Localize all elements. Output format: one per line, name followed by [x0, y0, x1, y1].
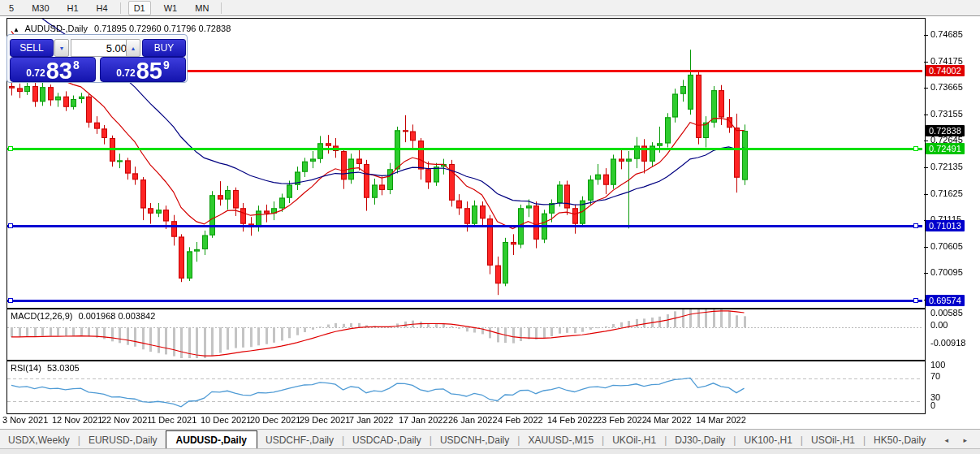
- chart-ohlc-values: 0.71895 0.72960 0.71796 0.72838: [94, 24, 231, 33]
- chart-symbol-period: AUDUSD-,Daily: [24, 24, 88, 33]
- macd-axis-label: 0.00: [930, 320, 948, 330]
- price-badge: 0.74002: [926, 65, 965, 76]
- sell-button[interactable]: SELL: [10, 39, 54, 57]
- price-tick-label: 0.72135: [930, 162, 963, 171]
- macd-axis-label: 0.00585: [930, 308, 963, 318]
- rsi-panel[interactable]: [6, 361, 926, 414]
- timeframe-H1[interactable]: H1: [63, 2, 84, 15]
- price-badge: 0.71013: [926, 220, 965, 231]
- rsi-axis-label: 100: [930, 360, 945, 370]
- timeframe-W1[interactable]: W1: [159, 2, 183, 15]
- timeframe-H4[interactable]: H4: [92, 2, 113, 15]
- tab-dj30-daily[interactable]: DJ30-,Daily: [667, 431, 733, 449]
- chart-arrow-icon: ▲: [13, 26, 19, 33]
- timeframe-toolbar: 5M30H1H4D1W1MN: [0, 0, 980, 16]
- spin-up-icon: ▲: [131, 45, 136, 51]
- buy-price-prefix: 0.72: [116, 67, 135, 79]
- tab-ukoil-h1[interactable]: UKOil-,H1: [604, 431, 664, 449]
- toolbar-separator: [221, 2, 222, 14]
- date-label: 23 Feb 2022: [597, 415, 647, 425]
- toolbar-separator: [120, 2, 121, 14]
- tab-usdcad-daily[interactable]: USDCAD-,Daily: [344, 431, 430, 449]
- spin-down-icon: ▼: [59, 45, 65, 51]
- date-label: 12 Nov 2021: [52, 415, 102, 425]
- date-label: 4 Mar 2022: [646, 415, 692, 425]
- price-tick-label: 0.74175: [930, 56, 963, 66]
- chart-title: ▲ AUDUSD-,Daily 0.71895 0.72960 0.71796 …: [13, 24, 231, 33]
- date-label: 26 Jan 2022: [448, 415, 498, 425]
- macd-label: MACD(12,26,9) 0.001968 0.003842: [11, 311, 155, 321]
- sell-price-big: 83: [46, 60, 72, 81]
- date-label: 29 Dec 2021: [300, 415, 350, 425]
- price-tick-label: 0.70095: [930, 267, 963, 277]
- date-axis: 3 Nov 202112 Nov 202122 Nov 20211 Dec 20…: [0, 413, 980, 429]
- price-tick-mark: [924, 194, 928, 195]
- timeframe-5[interactable]: 5: [4, 2, 19, 15]
- price-tick-mark: [924, 115, 928, 115]
- price-badge: 0.72491: [926, 143, 965, 154]
- tab-scroll-arrows[interactable]: ◂ ▸: [944, 436, 980, 449]
- tab-xauusd-m15[interactable]: XAUUSD-,M15: [520, 431, 602, 449]
- bottom-strip: [0, 448, 980, 454]
- buy-price-big: 85: [136, 60, 162, 81]
- tab-hk50-daily[interactable]: HK50-,Daily: [866, 431, 934, 449]
- tab-usdcnh-daily[interactable]: USDCNH-,Daily: [432, 431, 517, 449]
- date-label: 7 Jan 2022: [349, 415, 393, 425]
- price-tick-mark: [924, 167, 928, 168]
- price-tick-mark: [924, 273, 928, 274]
- date-label: 1 Dec 2021: [151, 415, 196, 425]
- volume-increase-button[interactable]: ▲: [126, 39, 140, 57]
- sell-price-prefix: 0.72: [26, 67, 45, 79]
- buy-button[interactable]: BUY: [142, 39, 186, 57]
- tab-usoil-h1[interactable]: USOil-,H1: [803, 431, 863, 449]
- sell-price-pip: 8: [73, 58, 80, 71]
- chart-tab-bar: USDX,Weekly|EURUSD-,DailyAUDUSD-,DailyUS…: [0, 429, 980, 449]
- tab-uk100-h1[interactable]: UK100-,H1: [736, 431, 800, 449]
- price-tick-mark: [924, 141, 928, 141]
- rsi-name: RSI(14): [11, 363, 41, 373]
- macd-name: MACD(12,26,9): [11, 311, 72, 321]
- price-tick-label: 0.71625: [930, 188, 963, 198]
- price-tick-mark: [924, 247, 928, 248]
- price-tick-mark: [924, 62, 928, 63]
- price-tick-label: 0.70605: [930, 241, 963, 251]
- date-label: 14 Mar 2022: [696, 415, 746, 425]
- rsi-label: RSI(14) 53.0305: [11, 363, 80, 373]
- tab-eurusd-daily[interactable]: EURUSD-,Daily: [80, 431, 166, 449]
- volume-input[interactable]: [71, 39, 132, 57]
- price-tick-label: 0.73155: [930, 109, 963, 119]
- sell-price-button[interactable]: 0.72 83 8: [10, 57, 96, 82]
- date-label: 10 Dec 2021: [201, 415, 251, 425]
- macd-axis-label: -0.00918: [930, 338, 965, 348]
- volume-decrease-button[interactable]: ▼: [54, 39, 69, 57]
- tab-usdx-weekly[interactable]: USDX,Weekly: [0, 431, 78, 449]
- price-badge: 0.72838: [926, 125, 965, 136]
- rsi-value: 53.0305: [47, 363, 80, 373]
- tab-usdchf-daily[interactable]: USDCHF-,Daily: [257, 431, 342, 449]
- rsi-axis-label: 70: [930, 371, 940, 381]
- price-tick-label: 0.73665: [930, 82, 963, 92]
- date-label: 22 Nov 2021: [101, 415, 152, 425]
- price-badge: 0.69574: [926, 295, 965, 306]
- date-label: 17 Jan 2022: [399, 415, 448, 425]
- price-tick-mark: [924, 35, 928, 36]
- buy-price-pip: 9: [163, 58, 170, 71]
- one-click-trade-panel: SELL ▼ ▲ BUY 0.72 83 8 0.72 85 9: [6, 34, 188, 83]
- timeframe-M30[interactable]: M30: [27, 2, 54, 15]
- macd-values: 0.001968 0.003842: [78, 311, 155, 321]
- price-tick-label: 0.74685: [930, 29, 963, 39]
- tab-audusd-daily[interactable]: AUDUSD-,Daily: [166, 430, 257, 449]
- date-label: 4 Feb 2022: [498, 415, 543, 425]
- price-tick-mark: [924, 88, 928, 89]
- timeframe-D1[interactable]: D1: [128, 1, 151, 15]
- rsi-axis-label: 0: [930, 400, 935, 410]
- date-label: 3 Nov 2021: [2, 415, 48, 425]
- date-label: 20 Dec 2021: [250, 415, 300, 425]
- date-label: 14 Feb 2022: [547, 415, 598, 425]
- buy-price-button[interactable]: 0.72 85 9: [100, 57, 186, 82]
- timeframe-MN[interactable]: MN: [190, 2, 214, 15]
